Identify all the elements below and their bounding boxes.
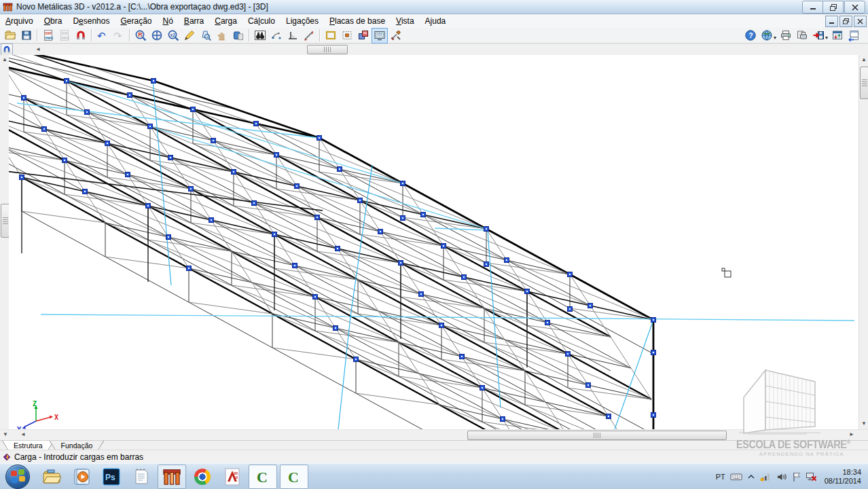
magnet-small-icon[interactable] <box>1 43 13 56</box>
menu-arquivo[interactable]: Arquivo <box>0 15 39 27</box>
magnet-icon[interactable] <box>73 28 89 43</box>
export-floppy-icon-dropdown[interactable]: ▾ <box>825 35 828 41</box>
camtasia-icon[interactable]: C <box>249 465 277 489</box>
autocad-icon[interactable]: 2010 <box>219 465 246 488</box>
model-canvas[interactable]: Z X Y <box>9 55 858 429</box>
tab-estrutura[interactable]: Estrutura <box>2 441 54 450</box>
redo-icon[interactable]: ↷ <box>111 28 127 43</box>
svg-text:DXF: DXF <box>61 31 68 35</box>
mdi-restore-button[interactable] <box>839 16 852 27</box>
svg-text:C: C <box>288 469 299 486</box>
globe-icon-dropdown[interactable]: ▾ <box>774 35 776 41</box>
media-player-icon[interactable] <box>68 465 95 488</box>
hidden-icons-chevron[interactable] <box>747 473 755 481</box>
undo-icon[interactable]: ↶ <box>94 28 111 43</box>
layers-squares-icon[interactable] <box>355 28 372 43</box>
language-indicator[interactable]: PT <box>716 473 725 481</box>
axis-x-label: X <box>54 414 58 421</box>
save-icon[interactable] <box>18 28 35 43</box>
open-folder-icon[interactable] <box>2 28 18 43</box>
keyboard-icon[interactable] <box>730 471 742 482</box>
network-signal-icon[interactable]: ✱ <box>760 471 772 482</box>
scroll-up-arrow-right[interactable]: ▲ <box>861 57 867 62</box>
scroll-down-arrow-left[interactable]: ▼ <box>3 432 8 437</box>
mdi-close-button[interactable] <box>854 16 867 27</box>
toolbar-separator <box>319 29 321 41</box>
help-icon[interactable]: ? <box>742 28 759 43</box>
cone-magnifier-icon[interactable] <box>198 28 214 43</box>
menu-n[interactable]: Nó <box>158 15 179 27</box>
printer-icon[interactable] <box>778 28 794 43</box>
restore-button[interactable] <box>822 1 844 14</box>
frame-dashed-icon[interactable] <box>339 28 355 43</box>
network-error-icon[interactable] <box>806 471 817 482</box>
zoom-region-icon[interactable]: R <box>132 28 149 43</box>
menu-ajuda[interactable]: Ajuda <box>420 15 452 27</box>
tools-icon[interactable] <box>388 28 404 43</box>
scroll-left-arrow-top[interactable]: ◄ <box>35 47 41 52</box>
minimize-button[interactable] <box>802 1 823 14</box>
menu-barra[interactable]: Barra <box>179 15 209 27</box>
close-button[interactable] <box>844 1 865 14</box>
metalicas-app-icon[interactable] <box>158 465 186 489</box>
viewport-area: ◄ ▲ ▲ ▼ Z X Y ▼ ◄ <box>0 43 868 440</box>
menu-ligaes[interactable]: Ligações <box>281 15 324 27</box>
panel-arrows-icon[interactable] <box>829 28 846 43</box>
dxf-import-icon[interactable]: DXFDWG <box>40 28 56 43</box>
zoom-x2-icon[interactable]: x2 <box>165 28 181 43</box>
scroll-thumb-top[interactable] <box>307 45 348 54</box>
binoculars-icon[interactable] <box>252 28 268 43</box>
start-button[interactable] <box>5 465 30 489</box>
menu-carga[interactable]: Carga <box>209 15 242 27</box>
status-text: Carga - Introduzir cargas em barras <box>14 452 143 462</box>
svg-text:x2: x2 <box>170 33 176 37</box>
screen-dimensions-icon[interactable]: 434 <box>372 28 388 43</box>
title-bar[interactable]: Novo Metálicas 3D - v2012.a - [C:\...\Ob… <box>0 0 868 14</box>
move-node-icon[interactable] <box>268 28 285 43</box>
toolbar-separator <box>37 29 38 41</box>
frame-yellow-icon[interactable] <box>323 28 339 43</box>
export-floppy-icon[interactable] <box>810 28 827 43</box>
load-book-icon <box>2 452 12 462</box>
explorer-icon[interactable] <box>38 465 65 488</box>
speaker-icon[interactable] <box>776 471 787 482</box>
hand-pan-icon[interactable] <box>214 28 230 43</box>
menu-placasdebase[interactable]: Placas de base <box>324 15 391 27</box>
scroll-down-arrow-right[interactable]: ▼ <box>861 421 867 427</box>
menu-obra[interactable]: Obra <box>39 15 68 27</box>
taskbar: Ps2010CC PT ✱ 18:34 08/11/2014 <box>0 463 868 489</box>
menu-bar: ArquivoObraDesenhosGeraçãoNóBarraCargaCá… <box>0 14 868 29</box>
notepad-icon[interactable] <box>128 465 155 488</box>
taskbar-clock[interactable]: 18:34 08/11/2014 <box>825 468 861 486</box>
measure-icon[interactable] <box>301 28 317 43</box>
scroll-thumb-bottom[interactable] <box>467 431 727 440</box>
rotate-scrollbar-right[interactable] <box>858 55 868 429</box>
menu-clculo[interactable]: Cálculo <box>242 15 281 27</box>
zoom-pan-icon[interactable] <box>149 28 165 43</box>
menu-desenhos[interactable]: Desenhos <box>67 15 115 27</box>
perpendicular-icon[interactable] <box>285 28 301 43</box>
rotate-scrollbar-left[interactable] <box>0 55 10 429</box>
scroll-left-arrow-bottom[interactable]: ◄ <box>20 432 26 437</box>
scroll-up-arrow-left[interactable]: ▲ <box>2 57 7 62</box>
action-flag-icon[interactable] <box>792 471 801 482</box>
window-title: Novo Metálicas 3D - v2012.a - [C:\...\Ob… <box>16 2 268 12</box>
camtasia2-icon[interactable]: C <box>280 465 308 489</box>
edit-pencil-icon[interactable] <box>181 28 198 43</box>
dxf-export-icon[interactable]: DXFDWG <box>56 28 73 43</box>
scroll-thumb-right[interactable] <box>860 67 868 99</box>
globe-icon[interactable] <box>759 28 775 43</box>
print-preview-icon[interactable] <box>794 28 810 43</box>
svg-text:434: 434 <box>377 33 382 37</box>
menu-vista[interactable]: Vista <box>391 15 419 27</box>
menu-gerao[interactable]: Geração <box>115 15 157 27</box>
mdi-minimize-button[interactable] <box>825 16 838 27</box>
toolbar-separator <box>249 29 250 41</box>
photoshop-icon[interactable]: Ps <box>98 465 125 488</box>
scroll-right-arrow-bottom[interactable]: ► <box>849 432 854 437</box>
tab-fundao[interactable]: Fundação <box>50 441 105 450</box>
window-switch-icon[interactable] <box>846 28 862 43</box>
camera-page-icon[interactable] <box>230 28 247 43</box>
svg-text:Ps: Ps <box>105 473 115 482</box>
chrome-icon[interactable] <box>189 465 216 488</box>
